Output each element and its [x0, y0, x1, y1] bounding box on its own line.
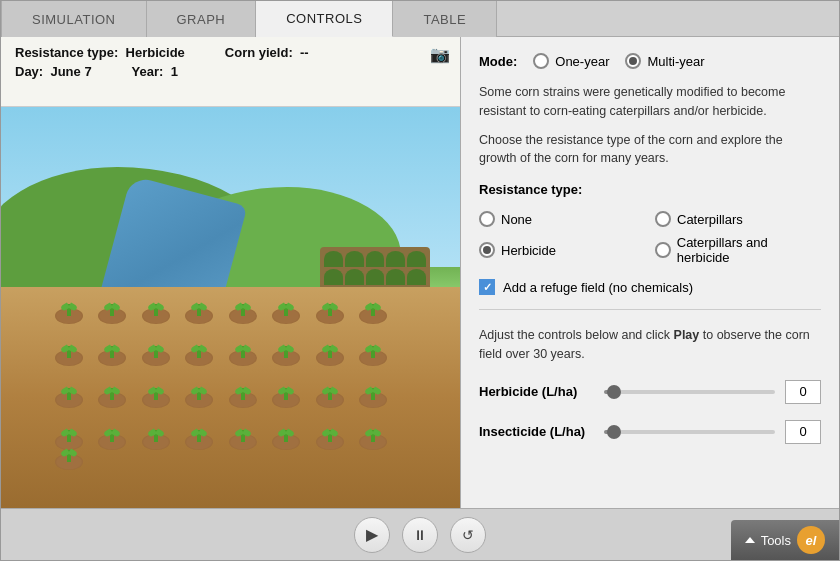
herbicide-value-box: 0 — [785, 380, 821, 404]
herbicide-slider-track[interactable] — [604, 390, 775, 394]
plant-mound — [185, 308, 213, 324]
mode-one-year-label: One-year — [555, 54, 609, 69]
insecticide-slider-thumb[interactable] — [607, 425, 621, 439]
plant-cell — [49, 286, 89, 324]
plant-cell — [354, 412, 394, 450]
distant-plant — [386, 251, 405, 267]
distant-plant — [407, 251, 426, 267]
plant-cell — [93, 412, 133, 450]
plant-mound — [229, 434, 257, 450]
camera-icon[interactable]: 📷 — [430, 45, 450, 64]
tools-button[interactable]: Tools el — [731, 520, 839, 560]
plant-cell — [267, 370, 307, 408]
plant-cell — [49, 328, 89, 366]
sim-viewport — [1, 107, 460, 508]
resistance-herbicide-option[interactable]: Herbicide — [479, 235, 645, 265]
plant-cell — [354, 328, 394, 366]
plant-cell — [180, 412, 220, 450]
distant-plant — [407, 269, 426, 285]
adjust-text: Adjust the controls below and click Play… — [479, 326, 821, 364]
adjust-bold: Play — [674, 328, 700, 342]
herbicide-slider-thumb[interactable] — [607, 385, 621, 399]
content-area: Resistance type: Herbicide Corn yield: -… — [1, 37, 839, 508]
plant-mound — [98, 308, 126, 324]
plant-mound — [229, 392, 257, 408]
resistance-herbicide-radio[interactable] — [479, 242, 495, 258]
main-container: SIMULATION GRAPH CONTROLS TABLE Resistan… — [0, 0, 840, 561]
resistance-options: None Caterpillars Herbicide Caterpillars… — [479, 211, 821, 265]
plant-mound — [98, 392, 126, 408]
mode-one-year-option[interactable]: One-year — [533, 53, 609, 69]
plant-cell — [49, 370, 89, 408]
resistance-caterpillars-radio[interactable] — [655, 211, 671, 227]
pause-button[interactable]: ⏸ — [402, 517, 438, 553]
plant-cell — [93, 370, 133, 408]
plant-mound — [316, 392, 344, 408]
plant-cell — [93, 286, 133, 324]
description-text-1: Some corn strains were genetically modif… — [479, 83, 821, 121]
plant-mound — [142, 350, 170, 366]
plant-cell — [310, 328, 350, 366]
tools-label: Tools — [761, 533, 791, 548]
resistance-caterpillars-label: Caterpillars — [677, 212, 743, 227]
resistance-none-option[interactable]: None — [479, 211, 645, 227]
resistance-none-radio[interactable] — [479, 211, 495, 227]
resistance-both-option[interactable]: Caterpillars and herbicide — [655, 235, 821, 265]
plant-cell — [136, 412, 176, 450]
plant-mound — [142, 308, 170, 324]
plant-mound — [185, 434, 213, 450]
plant-mound — [55, 454, 83, 470]
plant-cell — [267, 412, 307, 450]
distant-plant — [345, 251, 364, 267]
plant-cell — [49, 454, 89, 470]
plant-mound — [359, 350, 387, 366]
mode-multi-year-radio[interactable] — [625, 53, 641, 69]
plant-mound — [359, 434, 387, 450]
tab-controls[interactable]: CONTROLS — [256, 1, 393, 37]
mode-label: Mode: — [479, 54, 517, 69]
tab-simulation[interactable]: SIMULATION — [1, 1, 147, 37]
tools-triangle-icon — [745, 537, 755, 543]
resistance-type-label: Resistance type: — [479, 182, 821, 197]
herbicide-slider-label: Herbicide (L/ha) — [479, 384, 594, 399]
resistance-none-label: None — [501, 212, 532, 227]
plant-mound — [142, 392, 170, 408]
insecticide-value-box: 0 — [785, 420, 821, 444]
plant-mound — [98, 350, 126, 366]
plant-mound — [55, 308, 83, 324]
refuge-checkbox[interactable] — [479, 279, 495, 295]
plant-cell — [354, 370, 394, 408]
plant-cell — [136, 370, 176, 408]
herbicide-slider-row: Herbicide (L/ha) 0 — [479, 380, 821, 404]
plant-mound — [55, 392, 83, 408]
insecticide-slider-track[interactable] — [604, 430, 775, 434]
reset-icon: ↺ — [462, 527, 474, 543]
reset-button[interactable]: ↺ — [450, 517, 486, 553]
resistance-both-radio[interactable] — [655, 242, 671, 258]
distant-plant — [324, 251, 343, 267]
plant-cell — [93, 328, 133, 366]
tab-table[interactable]: TABLE — [393, 1, 497, 37]
mode-multi-year-option[interactable]: Multi-year — [625, 53, 704, 69]
divider — [479, 309, 821, 310]
day-info: Day: June 7 — [15, 64, 92, 79]
mode-one-year-radio[interactable] — [533, 53, 549, 69]
plant-mound — [316, 350, 344, 366]
mode-row: Mode: One-year Multi-year — [479, 53, 821, 69]
tab-graph[interactable]: GRAPH — [147, 1, 257, 37]
resistance-caterpillars-option[interactable]: Caterpillars — [655, 211, 821, 227]
plant-cell — [136, 328, 176, 366]
tab-bar: SIMULATION GRAPH CONTROLS TABLE — [1, 1, 839, 37]
plant-cell — [180, 286, 220, 324]
plant-cell — [310, 370, 350, 408]
adjust-text-before: Adjust the controls below and click — [479, 328, 670, 342]
plant-cell — [267, 328, 307, 366]
mode-multi-year-label: Multi-year — [647, 54, 704, 69]
sim-panel: Resistance type: Herbicide Corn yield: -… — [1, 37, 461, 508]
play-button[interactable]: ▶ — [354, 517, 390, 553]
pause-icon: ⏸ — [413, 527, 427, 543]
sim-info-row-2: Day: June 7 Year: 1 — [15, 64, 446, 79]
plant-cell — [180, 370, 220, 408]
sim-info-bar: Resistance type: Herbicide Corn yield: -… — [1, 37, 460, 107]
el-logo: el — [797, 526, 825, 554]
